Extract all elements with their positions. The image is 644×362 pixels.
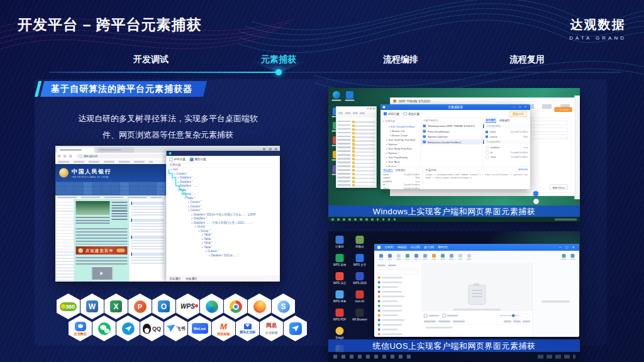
app-icon (394, 99, 397, 102)
activity-item[interactable] (374, 290, 421, 295)
browser-tab[interactable] (97, 148, 134, 153)
brand-logo: 达观数据 DATA GRAND (569, 16, 626, 41)
activity-item[interactable] (374, 318, 421, 323)
dialog-window-controls[interactable]: — ▢ ✕ (513, 106, 528, 109)
uos-taskbar[interactable] (328, 352, 580, 361)
app-hex-qq: QQ (140, 315, 164, 341)
menu-file[interactable]: 文件(F) (384, 245, 394, 250)
activity-item[interactable] (374, 313, 421, 318)
teamviewer-desktop-icon[interactable] (346, 91, 353, 99)
capture-app-icon (169, 152, 172, 155)
prop-row[interactable]: enabled'true' (483, 145, 530, 150)
find-element-option[interactable]: 寻找元素 (404, 112, 419, 116)
zoom-slider[interactable] (499, 314, 530, 318)
brand-logo-en: DATA GRAND (569, 35, 626, 41)
uos-icon-wps-show[interactable]: WPS 演示 (330, 272, 349, 285)
add-class-button[interactable]: Add Class (550, 185, 568, 190)
app-hex-netease-mail: 网易企业邮箱 (260, 315, 283, 341)
tab-basic-props[interactable]: 基础属性 (170, 277, 181, 281)
uos-icon-wps-doc[interactable]: WPS 文字 (350, 254, 369, 267)
tab-dev-debug[interactable]: 开发调试 (133, 54, 169, 65)
activity-item[interactable] (374, 275, 421, 280)
tab-verify-props[interactable]: 校验属性 (499, 119, 510, 123)
tab-verify-props[interactable]: 校验属性 (186, 277, 197, 281)
windows-taskbar[interactable] (328, 217, 580, 222)
activity-item[interactable] (374, 280, 421, 285)
uos-icon-wps-note[interactable]: WPS 便签 (330, 290, 349, 304)
browser-nav-buttons[interactable] (58, 155, 74, 158)
edge-desktop-icon[interactable] (333, 91, 340, 99)
activity-item[interactable] (374, 332, 421, 337)
path-row[interactable]: Window(name='WPF THEME STUDIO') (421, 123, 483, 129)
tab-basic-props[interactable]: 基础属性 (486, 118, 496, 123)
prop-row[interactable]: control'Edit' (483, 134, 530, 140)
capture-panel-titlebar (167, 151, 280, 156)
copy-code-button[interactable]: 复制代码 (518, 168, 528, 172)
prop-row[interactable]: class'DoubleTextBox' (483, 155, 530, 160)
menu-help[interactable]: 帮助(H) (438, 245, 447, 250)
uos-icon-wps-sheet[interactable]: WPS 表格 (330, 254, 349, 267)
activity-item[interactable] (374, 285, 421, 290)
activity-item[interactable] (374, 337, 421, 337)
menu-run[interactable]: 运行(R) (411, 245, 420, 250)
capture-float-button-2[interactable] (533, 199, 539, 204)
activity-item[interactable] (374, 294, 421, 299)
tab-flow-reuse[interactable]: 流程复用 (509, 54, 545, 65)
uos-icon-computer[interactable]: 计算机 (330, 236, 349, 249)
capture-float-button[interactable] (533, 191, 538, 196)
properties-side-panel (533, 263, 580, 337)
activity-item[interactable] (374, 299, 421, 304)
uos-icon-script[interactable]: icon.sh (350, 290, 369, 303)
properties-panel: 基础属性 校验属性 可供选择属性 name'DoubleTextBox' con… (483, 118, 530, 167)
menu-edit[interactable]: 编辑(E) (397, 245, 407, 250)
content-button[interactable]: CONTENT (555, 107, 572, 112)
highlighted-capture-region: 庆祝建党百年 (74, 199, 130, 282)
app-hex-tencent-exmail: 腾讯企业邮 (236, 315, 259, 341)
canvas-bottom-panel (421, 310, 533, 337)
tab-flow-orchestration[interactable]: 流程编排 (383, 54, 418, 65)
activity-item[interactable] (374, 309, 421, 314)
pboc-nav-grid[interactable] (55, 182, 166, 195)
wps-icon: WPS (180, 303, 195, 310)
national-emblem-icon (59, 168, 69, 178)
capture-element-toggle[interactable]: 捕获元素 (170, 157, 186, 162)
explorer-nav-pane[interactable] (338, 121, 352, 187)
flow-canvas[interactable] (421, 263, 533, 337)
uos-icon-wps-pdf[interactable]: WPS PDF (330, 309, 349, 321)
path-row[interactable]: Spinner.UpDown (421, 134, 483, 140)
uos-icon-snagit[interactable]: SnagIt (330, 327, 349, 339)
activity-palette (374, 263, 422, 337)
explorer-file-list[interactable] (352, 121, 375, 187)
uos-icon-trash[interactable]: 回收站 (350, 236, 369, 249)
brand-logo-cn: 达观数据 (569, 16, 626, 33)
capture-element-option[interactable]: 捕获元素 (384, 112, 399, 116)
bank-name-en: THE PEOPLE'S BANK OF CHINA (72, 176, 111, 178)
firefox-icon (253, 300, 266, 313)
window-controls[interactable] (263, 148, 277, 151)
palette-search-input[interactable] (377, 270, 419, 275)
path-row[interactable]: Pane.ScrollViewer (421, 129, 483, 134)
uos-window-titlebar: 文件(F) 编辑(E) 运行(R) 窗口(W) 帮助(H) — ▢ ✕ (374, 244, 579, 251)
path-row-selected[interactable]: Edit(name='DoubleTextBox') (421, 140, 483, 145)
dialog-titlebar: 元素捕获器 — ▢ ✕ (380, 104, 530, 110)
browser-tab[interactable] (57, 148, 94, 153)
menu-window[interactable]: 窗口(W) (424, 245, 434, 250)
section-description: 达观自研的多叉树寻径算法，实现多平台桌面端软 件、网页浏览器等任意复杂元素捕获 (53, 111, 283, 143)
studio-form-panel: Add Class (525, 118, 571, 193)
web-element-toggle[interactable]: 网页元素 (190, 157, 206, 162)
activity-item[interactable] (374, 327, 421, 332)
activity-item[interactable] (374, 304, 421, 309)
uos-icon-browser[interactable]: AR Browser (350, 309, 369, 321)
app-hex-wechat (92, 315, 116, 341)
prop-row[interactable]: id'DoubleTextBox' (483, 150, 530, 155)
uos-icon-wps2019[interactable]: WPS 2019 (350, 272, 369, 285)
video-thumbnail (92, 266, 113, 280)
recapture-button[interactable]: 重新捕获 (509, 111, 527, 117)
prop-row[interactable]: name'DoubleTextBox' (483, 129, 530, 134)
pboc-website: 中国人民银行 THE PEOPLE'S BANK OF CHINA 庆祝建党百年 (55, 164, 166, 282)
activity-item[interactable] (374, 322, 421, 327)
element-path-panel: 元素完整路径 Window(name='WPF THEME STUDIO') P… (421, 118, 484, 167)
party-emblem-icon (79, 248, 84, 253)
uos-window-controls[interactable]: — ▢ ✕ (558, 246, 576, 249)
capture-panel-toolbar: 捕获元素 网页元素 (167, 156, 280, 163)
